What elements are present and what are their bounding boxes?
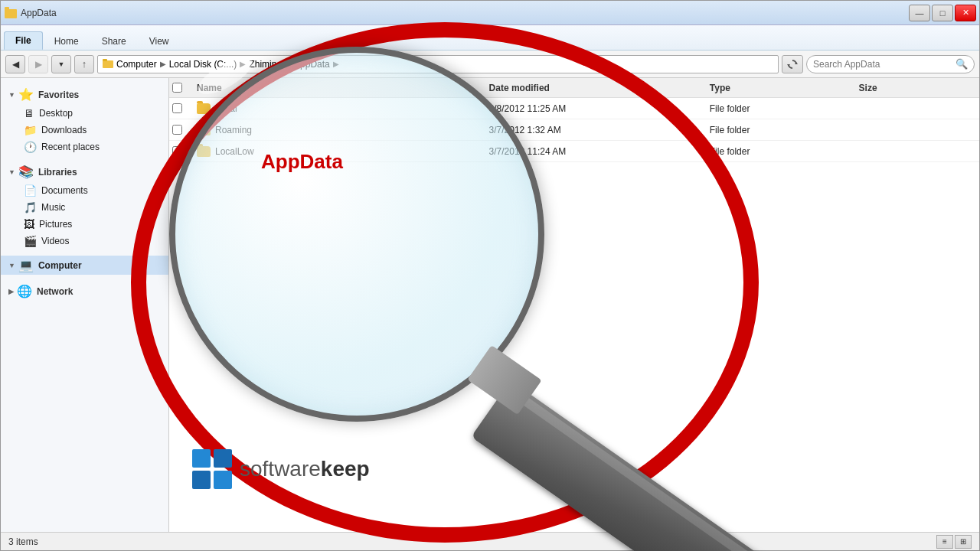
row-3-type: File folder [707,146,856,157]
svg-rect-3 [103,59,107,61]
row-1-date: 3/8/2012 11:25 AM [486,103,707,114]
status-bar: 3 items ≡ ⊞ [1,532,979,550]
path-sep-4: ▶ [333,60,339,68]
documents-label: Documents [41,185,88,196]
recent-places-label: Recent places [41,142,100,152]
svg-rect-2 [103,60,113,68]
window-icon [4,6,18,20]
dropdown-button[interactable]: ▼ [51,55,71,73]
arrow-icon-computer: ▼ [8,262,15,269]
row-1-name: Local [194,103,486,114]
refresh-icon [787,59,798,70]
path-sep-2: ▶ [240,60,246,68]
search-input[interactable] [813,59,952,70]
sidebar-item-downloads[interactable]: 📁 Downloads [1,122,168,139]
sidebar-item-desktop[interactable]: 🖥 Desktop [1,105,168,122]
table-row[interactable]: Roaming 3/7/2012 1:32 AM File folder [169,119,979,141]
row-checkbox-1 [172,103,194,113]
forward-button[interactable]: ▶ [28,55,48,73]
row-3-date: 3/7/2012 11:24 AM [486,146,707,157]
minimize-button[interactable]: — [909,5,930,21]
path-sep-3: ▶ [285,60,291,68]
tab-file[interactable]: File [4,31,43,50]
sidebar-item-videos[interactable]: 🎬 Videos [1,233,168,249]
details-view-button[interactable]: ≡ [936,535,953,549]
table-row[interactable]: LocalLow 3/7/2012 11:24 AM File folder [169,141,979,162]
sidebar-section-favorites: ▼ ⭐ Favorites 🖥 Desktop 📁 Downloads 🕐 Re… [1,84,168,155]
favorites-icon: ⭐ [18,87,34,102]
title-bar: AppData — □ ✕ [1,1,979,25]
desktop-icon: 🖥 [24,107,34,119]
file-list-header: Name Date modified Type Size [169,78,979,98]
row-3-checkbox[interactable] [172,146,182,156]
sidebar-header-network[interactable]: ▶ 🌐 Network [1,281,168,302]
main-area: ▼ ⭐ Favorites 🖥 Desktop 📁 Downloads 🕐 Re… [1,78,979,532]
sidebar-item-music[interactable]: 🎵 Music [1,199,168,216]
row-2-type: File folder [707,125,856,135]
documents-icon: 📄 [24,184,37,197]
maximize-button[interactable]: □ [932,5,953,21]
up-button[interactable]: ↑ [74,55,94,73]
tab-view[interactable]: View [138,32,181,50]
recent-places-icon: 🕐 [24,141,37,153]
sidebar-header-favorites[interactable]: ▼ ⭐ Favorites [1,84,168,105]
row-3-name-text: LocalLow [215,146,254,157]
col-header-size[interactable]: Size [856,83,976,93]
row-1-name-text: Local [215,103,237,114]
network-label: Network [37,286,73,297]
back-button[interactable]: ◀ [5,55,25,73]
sidebar-section-network: ▶ 🌐 Network [1,281,168,302]
row-2-date: 3/7/2012 1:32 AM [486,125,707,135]
path-appdata[interactable]: AppData [294,59,330,70]
svg-rect-1 [5,9,17,18]
arrow-icon: ▼ [8,91,15,99]
tab-share[interactable]: Share [90,32,138,50]
close-button[interactable]: ✕ [955,5,976,21]
pictures-icon: 🖼 [24,218,34,230]
row-2-name: Roaming [194,125,486,135]
path-sep-1: ▶ [160,60,166,68]
table-row[interactable]: Local 3/8/2012 11:25 AM File folder [169,98,979,119]
sidebar-item-recent-places[interactable]: 🕐 Recent places [1,139,168,155]
row-checkbox-3 [172,146,194,156]
select-all-checkbox[interactable] [172,83,182,93]
path-computer[interactable]: Computer [116,59,157,70]
videos-label: Videos [41,236,69,246]
sidebar: ▼ ⭐ Favorites 🖥 Desktop 📁 Downloads 🕐 Re… [1,78,169,532]
row-2-checkbox[interactable] [172,125,182,135]
window: AppData — □ ✕ File Home Share View ◀ ▶ ▼… [0,0,980,551]
col-header-type[interactable]: Type [707,83,856,93]
row-checkbox-2 [172,125,194,135]
col-header-name[interactable]: Name [194,83,486,93]
path-localdisk[interactable]: Local Disk (C:...) [169,59,237,70]
refresh-button[interactable] [782,55,803,73]
sidebar-header-libraries[interactable]: ▼ 📚 Libraries [1,161,168,182]
sidebar-item-documents[interactable]: 📄 Documents [1,182,168,199]
large-icons-view-button[interactable]: ⊞ [955,535,972,549]
search-icon: 🔍 [956,58,968,70]
row-3-name: LocalLow [194,146,486,157]
title-bar-left: AppData [4,6,57,20]
sidebar-header-computer[interactable]: ▼ 💻 Computer [1,256,168,275]
address-bar: ◀ ▶ ▼ ↑ Computer ▶ Local Disk (C:...) ▶ … [1,51,979,78]
sidebar-section-computer: ▼ 💻 Computer [1,256,168,275]
desktop-label: Desktop [39,108,73,119]
sidebar-item-pictures[interactable]: 🖼 Pictures [1,216,168,233]
folder-icon-2 [197,125,211,135]
row-1-type: File folder [707,103,856,114]
network-icon: 🌐 [17,284,32,298]
path-zhiming[interactable]: Zhiming [249,59,282,70]
address-path[interactable]: Computer ▶ Local Disk (C:...) ▶ Zhiming … [97,55,779,73]
row-1-checkbox[interactable] [172,103,182,113]
col-header-date[interactable]: Date modified [486,83,707,93]
favorites-label: Favorites [38,90,79,100]
sidebar-section-libraries: ▼ 📚 Libraries 📄 Documents 🎵 Music 🖼 Pict… [1,161,168,249]
music-label: Music [41,202,65,213]
checkbox-all[interactable] [172,83,194,93]
pictures-label: Pictures [39,219,72,230]
tab-home[interactable]: Home [43,32,90,50]
computer-icon: 💻 [18,258,34,272]
libraries-icon: 📚 [18,165,34,179]
videos-icon: 🎬 [24,235,37,247]
search-box[interactable]: 🔍 [806,55,975,73]
